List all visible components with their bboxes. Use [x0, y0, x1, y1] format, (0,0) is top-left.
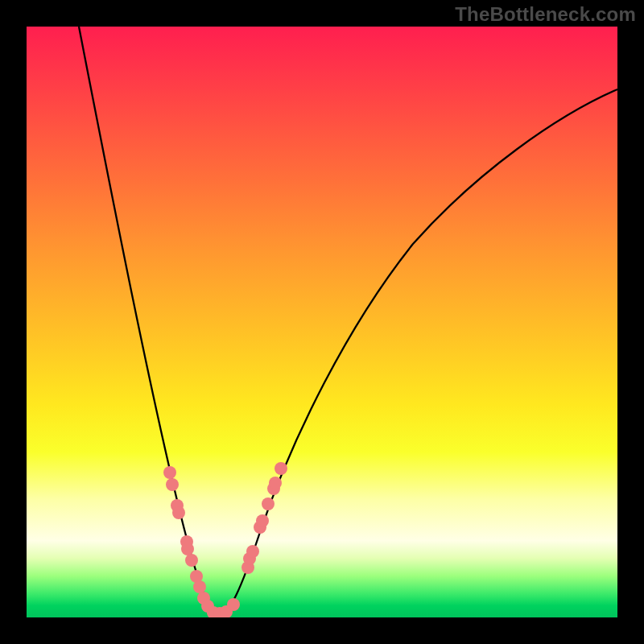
data-dot: [269, 477, 282, 489]
data-dot: [185, 554, 198, 567]
data-dot: [246, 545, 259, 558]
data-dot: [181, 543, 194, 555]
plot-area: [27, 27, 617, 617]
data-dot: [262, 497, 275, 510]
watermark-text: TheBottleneck.com: [455, 3, 636, 26]
data-dot: [172, 506, 185, 519]
chart-svg: [27, 27, 617, 617]
data-dot: [193, 580, 206, 593]
data-dot: [227, 598, 240, 611]
data-dots: [163, 462, 287, 617]
chart-frame: TheBottleneck.com: [0, 0, 644, 644]
data-dot: [275, 462, 287, 475]
bottleneck-curve: [79, 27, 617, 614]
data-dot: [163, 466, 176, 479]
data-dot: [166, 478, 179, 491]
data-dot: [256, 514, 269, 527]
